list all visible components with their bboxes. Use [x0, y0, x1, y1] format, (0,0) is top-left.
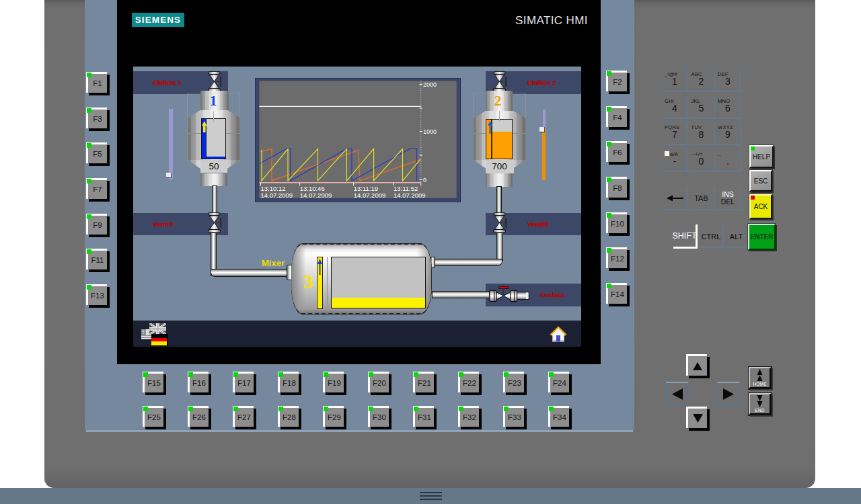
- svg-text:14.07.2009: 14.07.2009: [354, 192, 386, 199]
- svg-text:2000: 2000: [423, 81, 437, 88]
- svg-text:0: 0: [423, 177, 426, 183]
- svg-text:14.07.2009: 14.07.2009: [394, 192, 426, 199]
- svg-text:1000: 1000: [423, 128, 437, 135]
- svg-text:14.07.2009: 14.07.2009: [300, 192, 332, 199]
- svg-text:14.07.2009: 14.07.2009: [261, 192, 293, 199]
